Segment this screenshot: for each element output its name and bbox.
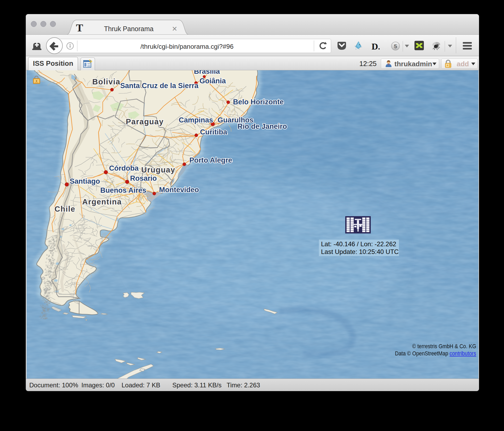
svg-text:Campinas: Campinas	[179, 116, 213, 124]
svg-text:5: 5	[394, 43, 397, 49]
svg-text:Santiago: Santiago	[70, 177, 100, 185]
svg-text:Argentina: Argentina	[82, 198, 122, 206]
svg-text:Paraguay: Paraguay	[126, 117, 164, 126]
svg-text:Córdoba: Córdoba	[109, 164, 139, 172]
svg-text:Rio de Janeiro: Rio de Janeiro	[238, 122, 287, 130]
svg-text:Rosario: Rosario	[130, 174, 157, 182]
svg-text:Brasília: Brasília	[194, 70, 220, 75]
svg-text:Goiânia: Goiânia	[199, 77, 226, 85]
svg-text:Curitiba: Curitiba	[200, 128, 227, 136]
svg-text:Uruguay: Uruguay	[141, 166, 175, 174]
svg-text:Bolivia: Bolivia	[92, 77, 120, 86]
svg-text:Chile: Chile	[55, 205, 75, 213]
svg-text:Buenos Aires: Buenos Aires	[100, 186, 146, 194]
svg-text:Santa Cruz de la Sierra: Santa Cruz de la Sierra	[120, 82, 199, 90]
svg-text:Montevideo: Montevideo	[159, 186, 199, 194]
svg-text:Porto Alegre: Porto Alegre	[189, 156, 232, 164]
svg-text:Belo Horizonte: Belo Horizonte	[233, 98, 284, 106]
